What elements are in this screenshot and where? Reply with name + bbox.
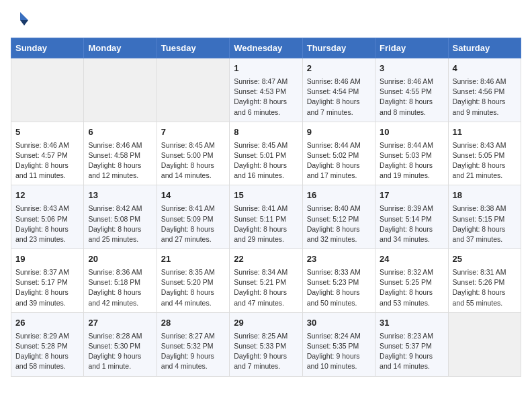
day-number: 7 <box>161 126 225 139</box>
day-number: 28 <box>161 317 225 330</box>
calendar-cell: 9Sunrise: 8:44 AMSunset: 5:02 PMDaylight… <box>302 122 375 185</box>
day-number: 27 <box>88 317 152 330</box>
calendar-cell <box>448 312 521 376</box>
calendar-cell: 20Sunrise: 8:36 AMSunset: 5:18 PMDayligh… <box>84 249 157 313</box>
day-number: 14 <box>161 189 225 202</box>
day-number: 18 <box>453 189 517 202</box>
calendar-cell <box>157 58 229 122</box>
day-number: 6 <box>88 126 152 139</box>
col-header-monday: Monday <box>84 38 157 58</box>
day-number: 3 <box>380 62 443 75</box>
svg-marker-0 <box>20 12 28 20</box>
calendar-cell: 19Sunrise: 8:37 AMSunset: 5:17 PMDayligh… <box>11 249 84 313</box>
calendar-cell: 11Sunrise: 8:43 AMSunset: 5:05 PMDayligh… <box>448 122 521 185</box>
day-number: 16 <box>307 189 371 202</box>
calendar-week-2: 5Sunrise: 8:46 AMSunset: 4:57 PMDaylight… <box>11 122 521 185</box>
calendar-cell: 13Sunrise: 8:42 AMSunset: 5:08 PMDayligh… <box>84 185 157 249</box>
day-number: 12 <box>15 189 79 202</box>
calendar-cell: 6Sunrise: 8:46 AMSunset: 4:58 PMDaylight… <box>84 122 157 185</box>
calendar-week-1: 1Sunrise: 8:47 AMSunset: 4:53 PMDaylight… <box>11 58 521 122</box>
calendar-cell: 26Sunrise: 8:29 AMSunset: 5:28 PMDayligh… <box>11 312 84 376</box>
day-number: 19 <box>15 253 79 266</box>
day-number: 30 <box>307 317 371 330</box>
day-number: 26 <box>15 317 79 330</box>
calendar-cell: 7Sunrise: 8:45 AMSunset: 5:00 PMDaylight… <box>157 122 229 185</box>
calendar-cell: 12Sunrise: 8:43 AMSunset: 5:06 PMDayligh… <box>11 185 84 249</box>
calendar-cell: 14Sunrise: 8:41 AMSunset: 5:09 PMDayligh… <box>157 185 229 249</box>
calendar-week-5: 26Sunrise: 8:29 AMSunset: 5:28 PMDayligh… <box>11 312 521 376</box>
col-header-tuesday: Tuesday <box>157 38 229 58</box>
calendar-week-4: 19Sunrise: 8:37 AMSunset: 5:17 PMDayligh… <box>11 249 521 313</box>
day-number: 10 <box>380 126 443 139</box>
day-number: 4 <box>453 62 517 75</box>
day-number: 15 <box>234 189 298 202</box>
day-number: 31 <box>380 317 443 330</box>
calendar-cell: 23Sunrise: 8:33 AMSunset: 5:23 PMDayligh… <box>302 249 375 313</box>
calendar-cell <box>11 58 84 122</box>
calendar-cell: 28Sunrise: 8:27 AMSunset: 5:32 PMDayligh… <box>157 312 229 376</box>
calendar-cell: 25Sunrise: 8:31 AMSunset: 5:26 PMDayligh… <box>448 249 521 313</box>
calendar-cell: 30Sunrise: 8:24 AMSunset: 5:35 PMDayligh… <box>302 312 375 376</box>
calendar-cell: 16Sunrise: 8:40 AMSunset: 5:12 PMDayligh… <box>302 185 375 249</box>
calendar-cell: 4Sunrise: 8:46 AMSunset: 4:56 PMDaylight… <box>448 58 521 122</box>
calendar-header-row: SundayMondayTuesdayWednesdayThursdayFrid… <box>11 38 521 58</box>
col-header-sunday: Sunday <box>11 38 84 58</box>
calendar-cell: 17Sunrise: 8:39 AMSunset: 5:14 PMDayligh… <box>375 185 448 249</box>
day-number: 23 <box>307 253 371 266</box>
day-number: 5 <box>15 126 79 139</box>
calendar-cell <box>84 58 157 122</box>
calendar-cell: 3Sunrise: 8:46 AMSunset: 4:55 PMDaylight… <box>375 58 448 122</box>
calendar-cell: 27Sunrise: 8:28 AMSunset: 5:30 PMDayligh… <box>84 312 157 376</box>
calendar-table: SundayMondayTuesdayWednesdayThursdayFrid… <box>11 38 521 377</box>
calendar-cell: 18Sunrise: 8:38 AMSunset: 5:15 PMDayligh… <box>448 185 521 249</box>
col-header-thursday: Thursday <box>302 38 375 58</box>
logo-icon <box>11 11 30 30</box>
day-number: 2 <box>307 62 371 75</box>
day-number: 21 <box>161 253 225 266</box>
day-number: 1 <box>234 62 298 75</box>
logo <box>11 11 32 30</box>
day-number: 25 <box>453 253 517 266</box>
svg-marker-1 <box>20 20 28 26</box>
calendar-cell: 5Sunrise: 8:46 AMSunset: 4:57 PMDaylight… <box>11 122 84 185</box>
calendar-cell: 1Sunrise: 8:47 AMSunset: 4:53 PMDaylight… <box>230 58 302 122</box>
page-header <box>11 11 521 30</box>
calendar-cell: 2Sunrise: 8:46 AMSunset: 4:54 PMDaylight… <box>302 58 375 122</box>
calendar-cell: 22Sunrise: 8:34 AMSunset: 5:21 PMDayligh… <box>230 249 302 313</box>
day-number: 24 <box>380 253 443 266</box>
day-number: 22 <box>234 253 298 266</box>
col-header-saturday: Saturday <box>448 38 521 58</box>
day-number: 11 <box>453 126 517 139</box>
calendar-cell: 29Sunrise: 8:25 AMSunset: 5:33 PMDayligh… <box>230 312 302 376</box>
day-number: 8 <box>234 126 298 139</box>
calendar-cell: 10Sunrise: 8:44 AMSunset: 5:03 PMDayligh… <box>375 122 448 185</box>
calendar-cell: 21Sunrise: 8:35 AMSunset: 5:20 PMDayligh… <box>157 249 229 313</box>
calendar-week-3: 12Sunrise: 8:43 AMSunset: 5:06 PMDayligh… <box>11 185 521 249</box>
calendar-cell: 31Sunrise: 8:23 AMSunset: 5:37 PMDayligh… <box>375 312 448 376</box>
day-number: 20 <box>88 253 152 266</box>
calendar-cell: 8Sunrise: 8:45 AMSunset: 5:01 PMDaylight… <box>230 122 302 185</box>
day-number: 29 <box>234 317 298 330</box>
calendar-cell: 15Sunrise: 8:41 AMSunset: 5:11 PMDayligh… <box>230 185 302 249</box>
col-header-wednesday: Wednesday <box>230 38 302 58</box>
day-number: 17 <box>380 189 443 202</box>
col-header-friday: Friday <box>375 38 448 58</box>
calendar-cell: 24Sunrise: 8:32 AMSunset: 5:25 PMDayligh… <box>375 249 448 313</box>
day-number: 13 <box>88 189 152 202</box>
day-number: 9 <box>307 126 371 139</box>
